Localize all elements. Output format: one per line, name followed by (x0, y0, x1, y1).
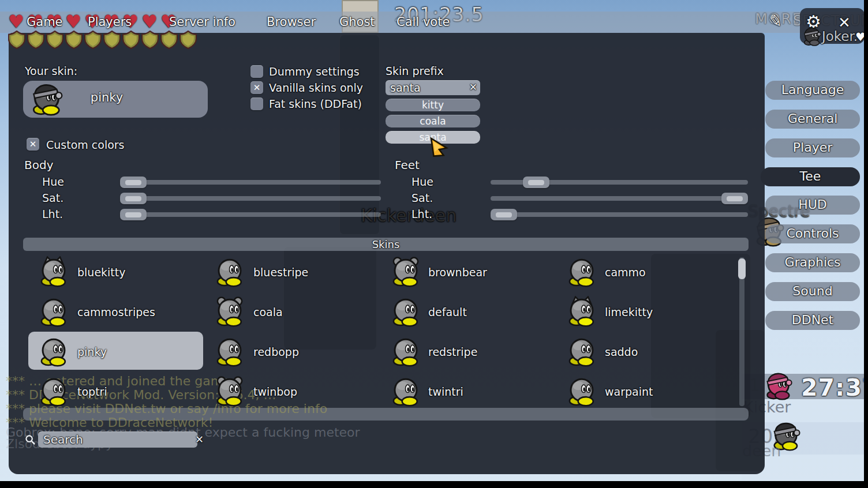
body-hue-slider-handle[interactable] (120, 177, 147, 188)
feet-hue-label: Hue (411, 175, 433, 188)
fat-skins-label[interactable]: Fat skins (DDFat) (269, 97, 362, 110)
skin-item-selected[interactable]: pinky (77, 346, 107, 358)
your-skin-tee-icon (30, 82, 63, 116)
skin-icon[interactable] (390, 376, 421, 407)
skins-scrollbar-track[interactable] (739, 257, 744, 406)
search-input[interactable]: Search (38, 431, 197, 448)
skins-scrollbar-thumb[interactable] (738, 258, 746, 279)
letterbox-bottom (0, 481, 868, 488)
vanilla-skins-label[interactable]: Vanilla skins only (269, 81, 363, 94)
skin-icon[interactable] (38, 336, 69, 367)
your-skin-preview: pinky (23, 81, 208, 118)
search-placeholder: Search (43, 433, 83, 446)
menu-call-vote[interactable]: Call vote (396, 12, 450, 33)
vanilla-skins-checkbox[interactable]: ✕ (250, 81, 263, 94)
skin-icon[interactable] (214, 256, 245, 287)
skin-item[interactable]: twinbop (253, 385, 297, 398)
skin-icon[interactable] (390, 336, 421, 367)
skin-item[interactable]: cammo (605, 266, 646, 279)
skin-icon[interactable] (38, 376, 69, 407)
edit-pencil-icon[interactable]: ✎ (768, 11, 784, 32)
dummy-settings-checkbox[interactable] (250, 65, 263, 78)
shield-icon (141, 31, 159, 51)
skin-item[interactable]: bluestripe (253, 266, 308, 279)
shield-icon (122, 31, 140, 51)
scoreboard-time: 27:37 (801, 374, 868, 401)
skin-icon[interactable] (214, 336, 245, 367)
prefix-button-kitty[interactable]: kitty (386, 99, 480, 111)
skin-icon[interactable] (566, 336, 597, 367)
your-skin-name: pinky (69, 91, 144, 104)
skin-item[interactable]: limekitty (605, 306, 653, 318)
joker-tee-avatar (802, 27, 822, 46)
custom-colors-label[interactable]: Custom colors (46, 138, 125, 151)
skin-icon[interactable] (390, 296, 421, 327)
body-hue-slider[interactable] (120, 180, 381, 185)
menu-players[interactable]: Players (88, 12, 132, 33)
skin-icon[interactable] (566, 296, 597, 327)
skin-icon[interactable] (390, 256, 421, 287)
feet-lht-slider[interactable] (491, 212, 748, 217)
tab-language[interactable]: Language (765, 81, 860, 100)
dummy-settings-label[interactable]: Dummy settings (269, 65, 360, 78)
your-skin-label: Your skin: (25, 65, 77, 77)
tab-general[interactable]: General (765, 110, 860, 129)
feet-hue-slider-handle[interactable] (523, 177, 549, 188)
shield-icon (84, 31, 102, 51)
search-icon (25, 434, 36, 445)
skin-item[interactable]: cammostripes (77, 306, 155, 318)
menu-game[interactable]: Game (27, 12, 63, 33)
shield-icon (103, 31, 121, 51)
tab-tee[interactable]: Tee (761, 167, 860, 186)
skin-icon[interactable] (566, 256, 597, 287)
skin-prefix-input[interactable]: santa ✕ (386, 80, 480, 95)
skin-item[interactable]: default (428, 306, 467, 318)
skin-item[interactable]: redstripe (428, 346, 477, 358)
world-label-joker: Joker. (822, 29, 858, 44)
skins-header: Skins (23, 238, 749, 251)
clear-search-icon[interactable]: ✕ (195, 433, 204, 445)
tab-graphics[interactable]: Graphics (765, 253, 860, 272)
skin-item[interactable]: redbopp (253, 346, 299, 358)
tab-ddnet[interactable]: DDNet (765, 311, 860, 330)
map-bg-patch (284, 247, 376, 350)
skin-item[interactable]: warpaint (605, 385, 653, 398)
fat-skins-checkbox[interactable] (250, 97, 263, 110)
menu-server-info[interactable]: Server info (169, 12, 235, 33)
tab-hud[interactable]: HUD (765, 196, 860, 215)
custom-colors-checkbox[interactable]: ✕ (27, 138, 39, 151)
feet-lht-slider-handle[interactable] (491, 209, 517, 220)
skin-item[interactable]: toptri (77, 385, 107, 398)
tab-sound[interactable]: Sound (765, 282, 860, 301)
body-sat-slider[interactable] (120, 196, 381, 201)
feet-sat-slider[interactable] (491, 196, 748, 201)
body-sat-label: Sat. (42, 192, 63, 204)
heart-icon: ♥ (65, 13, 81, 30)
skin-item[interactable]: twintri (428, 385, 463, 398)
skin-icon[interactable] (214, 376, 245, 407)
menu-ghost[interactable]: Ghost (339, 12, 375, 33)
tab-controls[interactable]: Controls (765, 224, 860, 243)
prefix-button-coala[interactable]: coala (386, 115, 480, 127)
shield-icon (160, 31, 178, 51)
skin-item[interactable]: coala (253, 306, 283, 318)
skin-icon[interactable] (214, 296, 245, 327)
skin-icon[interactable] (38, 296, 69, 327)
feet-sat-slider-handle[interactable] (721, 193, 748, 204)
mouse-cursor-icon (428, 134, 451, 157)
skin-icon[interactable] (566, 376, 597, 407)
clear-prefix-icon[interactable]: ✕ (469, 81, 477, 93)
skin-item[interactable]: saddo (605, 346, 638, 358)
skin-item[interactable]: brownbear (428, 266, 487, 279)
skin-icon[interactable] (38, 256, 69, 287)
skin-item[interactable]: bluekitty (77, 266, 126, 279)
tab-player[interactable]: Player (765, 138, 860, 157)
body-lht-slider-handle[interactable] (120, 209, 147, 220)
body-lht-slider[interactable] (120, 212, 381, 217)
body-sat-slider-handle[interactable] (120, 193, 147, 204)
kicker-tee-avatar (764, 371, 793, 400)
checkbox-mark: ✕ (253, 82, 261, 93)
checkbox-mark: ✕ (29, 139, 37, 149)
skin-prefix-label: Skin prefix (386, 65, 444, 77)
menu-browser[interactable]: Browser (267, 12, 316, 33)
